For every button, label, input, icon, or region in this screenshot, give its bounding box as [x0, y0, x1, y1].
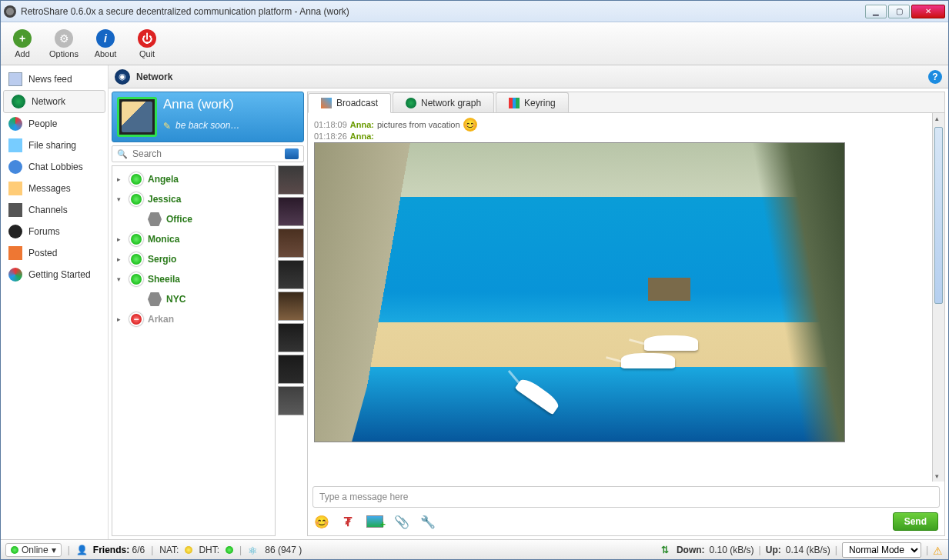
- sidebar-item-newsfeed[interactable]: News feed: [1, 68, 108, 90]
- network-title: Network: [136, 72, 922, 82]
- friend-avatar[interactable]: [278, 197, 304, 226]
- friend-name: NYC: [166, 294, 185, 305]
- warning-icon[interactable]: [933, 545, 944, 555]
- search-input[interactable]: [132, 148, 280, 159]
- newsfeed-icon: [8, 72, 22, 86]
- friend-avatar[interactable]: [278, 165, 304, 195]
- sidebar-label: Network: [32, 96, 65, 107]
- sidebar-item-network[interactable]: Network: [3, 90, 105, 113]
- friend-name: Angela: [148, 174, 179, 185]
- file-icon: [8, 138, 22, 152]
- location-icon: [148, 292, 162, 306]
- status-dot-icon: [129, 252, 143, 266]
- friend-avatar[interactable]: [278, 323, 304, 352]
- friend-avatar[interactable]: [278, 260, 304, 289]
- options-button[interactable]: Options: [47, 25, 81, 63]
- friend-name: Sheeila: [148, 274, 180, 285]
- online-status-selector[interactable]: Online ▾: [5, 543, 62, 557]
- profile-name: Anna (work): [163, 97, 299, 112]
- chevron-down-icon: ▾: [52, 545, 56, 555]
- power-icon: [138, 29, 156, 48]
- chat-message: 01:18:09 Anna: pictures from vacation: [314, 118, 926, 132]
- add-icon: [13, 29, 32, 48]
- mode-selector[interactable]: Normal Mode: [842, 542, 921, 558]
- options-label: Options: [49, 49, 79, 58]
- sidebar-item-messages[interactable]: Messages: [1, 178, 108, 199]
- down-label: Down:: [677, 545, 705, 555]
- sidebar-item-channels[interactable]: Channels: [1, 199, 108, 221]
- up-label: Up:: [766, 545, 781, 555]
- help-icon[interactable]: [928, 70, 942, 84]
- friend-list: AngelaJessicaOfficeMonicaSergioSheeilaNY…: [112, 165, 276, 536]
- expand-icon[interactable]: [117, 275, 125, 283]
- friend-row[interactable]: Sergio: [112, 249, 275, 269]
- friend-avatar[interactable]: [278, 355, 304, 384]
- expand-icon[interactable]: [117, 255, 125, 263]
- tab-label: Broadcast: [336, 98, 378, 108]
- app-icon: [4, 5, 16, 18]
- profile-status[interactable]: be back soon…: [163, 120, 299, 131]
- expand-icon[interactable]: [117, 175, 125, 183]
- font-button[interactable]: [340, 514, 356, 529]
- friend-row[interactable]: Arkan: [112, 309, 275, 329]
- expand-icon[interactable]: [117, 195, 125, 203]
- emoji-button[interactable]: [314, 514, 329, 529]
- friend-name: Office: [166, 214, 192, 225]
- sidebar-item-people[interactable]: People: [1, 113, 108, 135]
- friend-name: Arkan: [148, 314, 174, 325]
- settings-button[interactable]: [420, 514, 436, 529]
- sidebar-item-forums[interactable]: Forums: [1, 221, 108, 242]
- friend-search[interactable]: [112, 145, 304, 162]
- expand-icon[interactable]: [117, 315, 125, 323]
- attach-button[interactable]: [394, 514, 409, 529]
- minimize-button[interactable]: [865, 5, 887, 18]
- search-options-button[interactable]: [285, 148, 299, 159]
- tab-network-graph[interactable]: Network graph: [393, 92, 494, 112]
- chat-image[interactable]: [314, 142, 845, 442]
- about-button[interactable]: About: [89, 25, 122, 63]
- friend-row[interactable]: Jessica: [112, 189, 275, 209]
- tab-broadcast[interactable]: Broadcast: [308, 93, 391, 113]
- chat-input[interactable]: Type a message here: [312, 486, 940, 508]
- friend-name: Monica: [148, 234, 179, 245]
- quit-button[interactable]: Quit: [130, 25, 164, 63]
- maximize-button[interactable]: [888, 5, 910, 18]
- message-user: Anna:: [350, 132, 374, 141]
- info-icon: [96, 29, 115, 48]
- pencil-icon: [163, 121, 172, 130]
- sidebar-item-filesharing[interactable]: File sharing: [1, 135, 108, 156]
- friend-avatar[interactable]: [278, 228, 304, 258]
- close-button[interactable]: [911, 5, 945, 18]
- status-dot-icon: [129, 172, 143, 186]
- friend-row[interactable]: Monica: [112, 229, 275, 249]
- insert-image-button[interactable]: [366, 515, 383, 528]
- graph-icon: [406, 98, 416, 108]
- tab-keyring[interactable]: Keyring: [496, 92, 569, 112]
- own-avatar[interactable]: [117, 97, 157, 137]
- avatar-strip: [278, 164, 304, 536]
- person-icon: [76, 545, 87, 555]
- add-button[interactable]: Add: [5, 25, 39, 63]
- sidebar-item-chatlobbies[interactable]: Chat Lobbies: [1, 156, 108, 178]
- message-text: pictures from vacation: [377, 120, 460, 129]
- chat-scrollbar[interactable]: [932, 113, 944, 482]
- sidebar-item-gettingstarted[interactable]: Getting Started: [1, 264, 108, 285]
- expand-icon[interactable]: [117, 235, 125, 243]
- sidebar-item-posted[interactable]: Posted: [1, 242, 108, 264]
- chat-icon: [8, 160, 22, 174]
- friend-row[interactable]: Office: [112, 209, 275, 229]
- friend-row[interactable]: NYC: [112, 289, 275, 309]
- online-label: Online: [22, 545, 48, 555]
- friend-row[interactable]: Sheeila: [112, 269, 275, 289]
- friend-avatar[interactable]: [278, 386, 304, 415]
- peers-icon: [248, 545, 259, 555]
- send-button[interactable]: Send: [893, 512, 938, 531]
- friend-name: Sergio: [148, 254, 176, 265]
- friend-row[interactable]: Angela: [112, 169, 275, 189]
- online-dot-icon: [11, 546, 18, 554]
- friend-avatar[interactable]: [278, 292, 304, 321]
- sidebar-label: Forums: [28, 226, 60, 237]
- chat-messages: 01:18:09 Anna: pictures from vacation 01…: [308, 113, 932, 482]
- friend-name: Jessica: [148, 194, 181, 205]
- gear-icon: [55, 29, 73, 48]
